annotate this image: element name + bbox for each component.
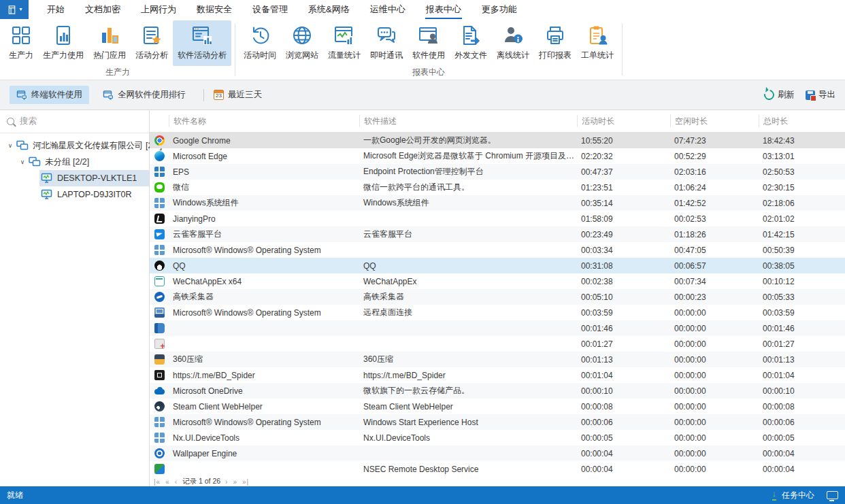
- search-placeholder: 搜索: [20, 116, 37, 127]
- table-header: 软件名称 软件描述 活动时长 空闲时长 总时长: [150, 110, 845, 133]
- ribbon-button[interactable]: 流量统计: [323, 20, 365, 66]
- eps-icon: [154, 167, 165, 177]
- qq-icon: [154, 261, 165, 271]
- column-header-name[interactable]: 软件名称: [169, 115, 359, 127]
- next-group-button[interactable]: »: [233, 478, 237, 486]
- jianying-icon: [154, 214, 165, 224]
- menu-item[interactable]: 设备管理: [242, 0, 298, 19]
- menu-item[interactable]: 运维中心: [360, 0, 416, 19]
- tree-node[interactable]: DESKTOP-VLKTLE1: [0, 170, 149, 186]
- ribbon-separator: [235, 23, 235, 75]
- ribbon-button[interactable]: 热门应用: [88, 20, 131, 66]
- column-header-desc[interactable]: 软件描述: [359, 115, 577, 127]
- ribbon-button[interactable]: 软件活动分析: [173, 20, 231, 66]
- date-filter-button[interactable]: 23 最近三天: [214, 89, 262, 101]
- view-tab[interactable]: 全网软件使用排行: [96, 86, 193, 104]
- ribbon-button[interactable]: 即时通讯: [365, 20, 408, 66]
- bdspider-icon: [154, 370, 165, 380]
- record-count-label: 记录 1 of 26: [182, 477, 220, 486]
- prev-group-button[interactable]: «: [165, 478, 170, 486]
- ribbon-button[interactable]: 外发文件: [450, 20, 492, 66]
- tree-node[interactable]: ∨ 未分组 [2/2]: [0, 154, 149, 170]
- view-tab[interactable]: 终端软件使用: [10, 86, 89, 104]
- prev-page-button[interactable]: ‹: [175, 478, 178, 486]
- next-page-button[interactable]: ›: [225, 478, 228, 486]
- export-button[interactable]: 导出: [806, 89, 835, 101]
- menu-item[interactable]: 数据安全: [186, 0, 242, 19]
- chevron-down-icon: ▾: [19, 7, 22, 12]
- ribbon-group-productivity: 生产力 生产力使用 热门应用 活动分析 软件活动分析 生产力: [3, 19, 233, 80]
- table-row[interactable]: 微信 微信一款跨平台的通讯工具。 01:23:51 01:06:24 02:30…: [150, 180, 845, 195]
- refresh-button[interactable]: 刷新: [764, 89, 795, 101]
- screen-icon[interactable]: [827, 491, 838, 499]
- table-row[interactable]: EPS Endpoint Protection管理控制平台 00:47:37 0…: [150, 164, 845, 180]
- table-row[interactable]: Microsoft® Windows® Operating System 远程桌…: [150, 305, 845, 320]
- last-page-button[interactable]: »|: [242, 478, 249, 486]
- table-row[interactable]: 高铁采集器 高铁采集器 00:05:10 00:00:23 00:05:33: [150, 289, 845, 305]
- zip360-icon: [154, 354, 165, 365]
- winflag-icon: [154, 245, 165, 255]
- ribbon-button[interactable]: 活动分析: [131, 20, 173, 66]
- table-row[interactable]: Microsoft® Windows® Operating System Win…: [150, 414, 845, 430]
- menu-item[interactable]: 更多功能: [471, 0, 527, 19]
- table-row[interactable]: JianyingPro 01:58:09 00:02:53 02:01:02: [150, 211, 845, 226]
- ribbon-button[interactable]: 工单统计: [576, 20, 618, 66]
- table-row[interactable]: 00:01:46 00:00:00 00:01:46: [150, 320, 845, 336]
- table-row[interactable]: 00:01:27 00:00:00 00:01:27: [150, 336, 845, 352]
- table-row[interactable]: NSEC Remote Desktop Service 00:00:04 00:…: [150, 461, 845, 477]
- clipboard-user-icon: [586, 24, 608, 46]
- tree-node[interactable]: ∨ 河北瀚星辰文化传媒有限公司 [2/2]: [0, 137, 149, 154]
- expand-arrow-icon[interactable]: ∨: [18, 158, 27, 165]
- column-header-active[interactable]: 活动时长: [577, 115, 670, 127]
- ribbon-button[interactable]: 生产力使用: [38, 20, 88, 66]
- tab-window-icon: [103, 90, 114, 101]
- table-row[interactable]: Microsoft® Windows® Operating System 00:…: [150, 242, 845, 258]
- table-body: Google Chrome 一款Google公司开发的网页浏览器。 10:55:…: [150, 133, 845, 477]
- ribbon-button[interactable]: 生产力: [4, 20, 38, 66]
- menu-item[interactable]: 开始: [37, 0, 75, 19]
- table-row[interactable]: WeChatAppEx x64 WeChatAppEx 00:02:38 00:…: [150, 273, 845, 289]
- user-info-icon: [502, 24, 524, 46]
- menu-item[interactable]: 文档加密: [75, 0, 131, 19]
- table-row[interactable]: Microsoft Edge Microsoft Edge浏览器是微软基于 Ch…: [150, 148, 845, 164]
- main-menu: 开始 文档加密 上网行为 数据安全 设备管理 系统&网络 运维中心 报表中心 更…: [37, 0, 527, 19]
- search-input[interactable]: 搜索: [0, 110, 149, 133]
- edge-icon: [154, 151, 165, 161]
- table-row[interactable]: 云雀客服平台 云雀客服平台 00:23:49 01:18:26 01:42:15: [150, 226, 845, 242]
- onedrive-icon: [154, 386, 165, 396]
- ribbon-button[interactable]: 活动时间: [239, 20, 281, 66]
- table-row[interactable]: 360压缩 360压缩 00:01:13 00:00:00 00:01:13: [150, 352, 845, 367]
- menu-item[interactable]: 系统&网络: [298, 0, 360, 19]
- view-toolbar: 终端软件使用 全网软件使用排行 23 最近三天 刷新 导出: [0, 80, 845, 110]
- doc-chart-icon: [52, 24, 74, 46]
- ribbon-button[interactable]: 打印报表: [534, 20, 576, 66]
- table-row[interactable]: Google Chrome 一款Google公司开发的网页浏览器。 10:55:…: [150, 133, 845, 148]
- app-menu-button[interactable]: ▾: [0, 0, 29, 19]
- ribbon-button[interactable]: 浏览网站: [281, 20, 323, 66]
- terminal-tree-sidebar: 搜索 ∨ 河北瀚星辰文化传媒有限公司 [2/2] ∨ 未分组 [2/2]: [0, 110, 150, 486]
- ribbon-button[interactable]: 离线统计: [492, 20, 534, 66]
- table-row[interactable]: Steam Client WebHelper Steam Client WebH…: [150, 399, 845, 414]
- expand-arrow-icon[interactable]: ∨: [5, 142, 15, 149]
- column-header-total[interactable]: 总时长: [759, 115, 845, 127]
- column-header-idle[interactable]: 空闲时长: [670, 115, 759, 127]
- search-icon: [7, 118, 14, 125]
- book-icon: [154, 323, 165, 333]
- grid-icon: [10, 24, 32, 46]
- ribbon-button[interactable]: 软件使用: [408, 20, 450, 66]
- table-row[interactable]: Wallpaper Engine 00:00:04 00:00:00 00:00…: [150, 446, 845, 461]
- table-row[interactable]: Nx.UI.DeviceTools Nx.UI.DeviceTools 00:0…: [150, 430, 845, 446]
- task-center-button[interactable]: 任务中心: [782, 490, 814, 501]
- first-page-button[interactable]: |«: [154, 478, 161, 486]
- tree-node[interactable]: LAPTOP-D9J3IT0R: [0, 186, 149, 203]
- doc-arrow-icon: [460, 24, 482, 46]
- table-row[interactable]: Windows系统组件 Windows系统组件 00:35:14 01:42:5…: [150, 195, 845, 211]
- status-bar: 就绪 ↓ 任务中心: [0, 486, 845, 504]
- menu-item[interactable]: 上网行为: [131, 0, 186, 19]
- table-row[interactable]: Microsoft OneDrive 微软旗下的一款云存储产品。 00:00:1…: [150, 383, 845, 399]
- software-usage-table: 软件名称 软件描述 活动时长 空闲时长 总时长 Google Chrome 一款…: [150, 110, 845, 486]
- pagination-bar: |« « ‹ 记录 1 of 26 › » »|: [150, 477, 845, 486]
- table-row[interactable]: https://t.me/BD_Spider https://t.me/BD_S…: [150, 367, 845, 383]
- table-row[interactable]: QQ QQ 00:31:08 00:06:57 00:38:05: [150, 258, 845, 273]
- menu-item[interactable]: 报表中心: [416, 0, 471, 19]
